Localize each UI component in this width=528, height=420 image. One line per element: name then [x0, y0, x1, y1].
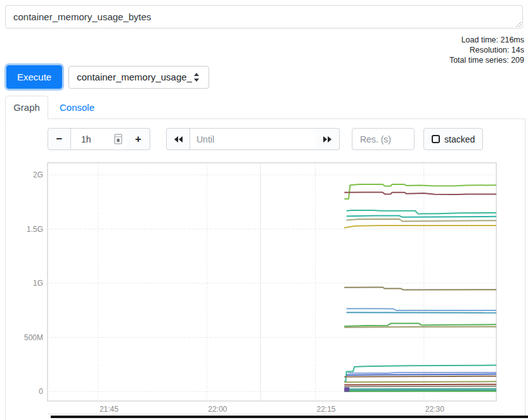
query-stats: Load time: 216ms Resolution: 14s Total t…: [449, 35, 524, 65]
y-axis-tick-label: 1G: [33, 279, 43, 288]
range-input[interactable]: [71, 128, 127, 150]
series-periwinkle-0.17G: [348, 372, 496, 373]
stacked-label: stacked: [444, 134, 475, 144]
series-darkred-64M: [344, 385, 496, 385]
execute-row: Execute container_memory_usage_bytes: [6, 65, 209, 89]
load-time-text: Load time: 216ms: [449, 35, 524, 45]
resolution-input[interactable]: [352, 128, 415, 150]
graph-area: 0500M1G1.5G2G21:4522:0022:1522:30: [19, 158, 503, 418]
select-updown-arrows-icon: [193, 72, 200, 82]
series-teal-23M: [344, 389, 496, 390]
y-axis-tick-label: 500M: [24, 333, 43, 342]
metric-select-value: container_memory_usage_bytes: [77, 72, 192, 82]
horizontal-scrollbar[interactable]: [51, 416, 528, 418]
series-olivegreen-90M: [344, 381, 496, 382]
until-input[interactable]: [190, 128, 316, 150]
range-decrease-button[interactable]: −: [48, 128, 71, 150]
rewind-icon: [174, 136, 183, 143]
time-back-button[interactable]: [166, 128, 190, 150]
query-input[interactable]: container_memory_usage_bytes: [5, 5, 523, 29]
textarea-resize-grip-icon[interactable]: [515, 20, 522, 27]
series-steelteal-0.73G: [347, 312, 496, 313]
x-axis-tick-label: 22:30: [425, 405, 444, 414]
checkbox-unchecked-icon: [432, 135, 440, 143]
graph-svg[interactable]: 0500M1G1.5G2G21:4522:0022:1522:30: [19, 158, 503, 418]
total-series-text: Total time series: 209: [449, 55, 524, 65]
plus-icon: +: [135, 134, 141, 144]
series-brown-0.14G: [344, 376, 496, 377]
range-input-group: − +: [48, 128, 150, 150]
tab-bar: Graph Console: [5, 96, 523, 118]
fast-forward-icon: [323, 136, 332, 143]
resolution-text: Resolution: 14s: [449, 45, 524, 55]
time-forward-button[interactable]: [316, 128, 340, 150]
y-axis-tick-label: 1.5G: [27, 225, 43, 234]
range-increase-button[interactable]: +: [127, 128, 150, 150]
metric-select[interactable]: container_memory_usage_bytes: [68, 66, 209, 89]
series-gray-47M: [344, 386, 496, 387]
minus-icon: −: [56, 134, 63, 144]
time-input-group: [166, 128, 340, 150]
tab-graph[interactable]: Graph: [5, 96, 48, 119]
x-axis-tick-label: 22:15: [317, 405, 336, 414]
y-axis-tick-label: 0: [39, 387, 43, 396]
stacked-toggle-button[interactable]: stacked: [423, 128, 483, 150]
prometheus-expression-browser: container_memory_usage_bytes Load time: …: [0, 0, 528, 420]
tab-console[interactable]: Console: [60, 96, 94, 118]
y-axis-tick-label: 2G: [33, 170, 43, 179]
x-axis-tick-label: 21:45: [100, 405, 119, 414]
execute-button[interactable]: Execute: [6, 65, 62, 89]
x-axis-tick-label: 22:00: [208, 405, 227, 414]
series-olive-0.59G: [344, 327, 496, 328]
